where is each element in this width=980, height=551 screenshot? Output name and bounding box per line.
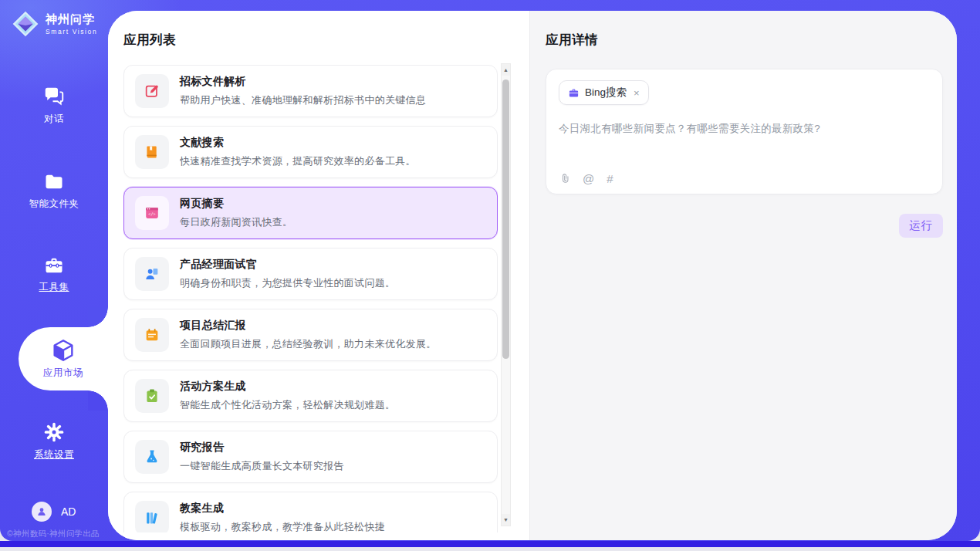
app-card-calendar[interactable]: 项目总结汇报 全面回顾项目进展，总结经验教训，助力未来优化发展。 <box>123 309 498 361</box>
sidebar-item-label: 系统设置 <box>34 448 74 461</box>
book-icon <box>135 135 169 169</box>
app-card-book[interactable]: 文献搜索 快速精准查找学术资源，提高研究效率的必备工具。 <box>123 126 498 178</box>
app-card-title: 招标文件解析 <box>180 75 426 89</box>
research-icon <box>135 440 169 474</box>
prompt-input[interactable]: 今日湖北有哪些新闻要点？有哪些需要关注的最新政策? <box>559 122 930 136</box>
app-card-desc: 每日政府新闻资讯快查。 <box>180 215 292 229</box>
svg-text:</>: </> <box>148 211 155 216</box>
person-icon <box>35 505 48 518</box>
brand-logo[interactable]: 神州问学 Smart Vision <box>11 9 97 39</box>
mention-icon[interactable]: @ <box>583 173 594 184</box>
scrollbar-thumb[interactable] <box>502 79 509 359</box>
app-card-title: 网页摘要 <box>180 197 292 211</box>
copyright-text: ©神州数码·神州问学出品 <box>7 529 100 539</box>
brand-name: 神州问学 <box>46 12 97 27</box>
scroll-up-icon[interactable]: ▲ <box>502 64 510 76</box>
app-card-desc: 明确身份和职责，为您提供专业性的面试问题。 <box>180 276 395 290</box>
sidebar-item-label: 应用市场 <box>43 367 83 380</box>
app-card-books[interactable]: 教案生成 模板驱动，教案秒成，教学准备从此轻松快捷 <box>123 492 498 532</box>
app-card-desc: 模板驱动，教案秒成，教学准备从此轻松快捷 <box>180 520 385 532</box>
app-card-title: 文献搜索 <box>180 136 416 150</box>
brand-subtitle: Smart Vision <box>46 28 97 35</box>
sidebar-item-toolset[interactable]: 工具集 <box>0 255 108 294</box>
app-card-interview[interactable]: 产品经理面试官 明确身份和职责，为您提供专业性的面试问题。 <box>123 248 498 300</box>
calendar-icon <box>135 318 169 352</box>
scrollbar[interactable]: ▲ ▼ <box>501 63 511 526</box>
app-card-browser[interactable]: </> 网页摘要 每日政府新闻资讯快查。 <box>123 187 498 239</box>
paperclip-icon[interactable] <box>559 172 570 185</box>
screen: 神州问学 Smart Vision 对话 智能文件夹 工具 <box>0 0 980 551</box>
user-account[interactable]: AD <box>32 502 76 522</box>
main-panel: 应用列表 招标文件解析 帮助用户快速、准确地理解和解析招标书中的关键信息 文献搜… <box>108 11 957 540</box>
tool-chip-bing-search[interactable]: Bing搜索 × <box>559 80 649 105</box>
chat-icon <box>42 85 66 108</box>
app-card-title: 活动方案生成 <box>180 380 395 394</box>
sidebar-item-label: 工具集 <box>39 281 69 294</box>
user-name: AD <box>61 505 76 518</box>
sidebar: 神州问学 Smart Vision 对话 智能文件夹 工具 <box>0 0 108 541</box>
sidebar-item-chat[interactable]: 对话 <box>0 85 108 126</box>
folder-icon <box>42 171 66 193</box>
app-card-desc: 智能生成个性化活动方案，轻松解决规划难题。 <box>180 398 395 412</box>
app-card-desc: 一键智能生成高质量长文本研究报告 <box>180 459 344 473</box>
app-card-title: 研究报告 <box>180 441 344 455</box>
app-detail-title: 应用详情 <box>546 32 943 49</box>
app-card-title: 项目总结汇报 <box>180 319 437 333</box>
avatar <box>32 502 52 522</box>
attach-toolbar: @ # <box>559 172 613 185</box>
app-list-pane: 应用列表 招标文件解析 帮助用户快速、准确地理解和解析招标书中的关键信息 文献搜… <box>108 11 529 540</box>
app-card-title: 教案生成 <box>180 502 385 516</box>
tool-chip-label: Bing搜索 <box>585 86 627 100</box>
run-button[interactable]: 运行 <box>899 214 943 238</box>
app-card-desc: 快速精准查找学术资源，提高研究效率的必备工具。 <box>180 154 416 168</box>
app-card-bid-doc[interactable]: 招标文件解析 帮助用户快速、准确地理解和解析招标书中的关键信息 <box>123 65 498 117</box>
hash-icon[interactable]: # <box>607 173 613 184</box>
cube-icon <box>50 337 76 363</box>
scroll-down-icon[interactable]: ▼ <box>502 514 510 526</box>
gear-icon <box>42 421 66 444</box>
app-list-scroll: 招标文件解析 帮助用户快速、准确地理解和解析招标书中的关键信息 文献搜索 快速精… <box>123 65 498 532</box>
sidebar-item-app-market[interactable]: 应用市场 <box>19 327 108 390</box>
app-list-title: 应用列表 <box>123 32 176 49</box>
app-card-research[interactable]: 研究报告 一键智能生成高质量长文本研究报告 <box>123 431 498 483</box>
chip-close-icon[interactable]: × <box>634 87 640 99</box>
sidebar-item-label: 智能文件夹 <box>29 198 79 211</box>
briefcase-icon <box>568 87 580 99</box>
clipboard-icon <box>135 379 169 413</box>
sidebar-item-smart-folders[interactable]: 智能文件夹 <box>0 171 108 211</box>
app-detail-pane: 应用详情 Bing搜索 × 今日湖北有哪些新闻要点？有哪些需要关注的最新政策? <box>529 11 957 540</box>
app-card-desc: 帮助用户快速、准确地理解和解析招标书中的关键信息 <box>180 93 426 107</box>
app-card-clipboard[interactable]: 活动方案生成 智能生成个性化活动方案，轻松解决规划难题。 <box>123 370 498 422</box>
bid-doc-icon <box>135 74 169 108</box>
interview-icon <box>135 257 169 291</box>
app-card-desc: 全面回顾项目进展，总结经验教训，助力未来优化发展。 <box>180 337 437 351</box>
app-card-title: 产品经理面试官 <box>180 258 395 272</box>
toolbox-icon <box>42 255 66 276</box>
sidebar-item-label: 对话 <box>44 113 64 126</box>
window-bottom-strip <box>0 541 980 547</box>
books-icon <box>135 501 169 532</box>
prompt-card: Bing搜索 × 今日湖北有哪些新闻要点？有哪些需要关注的最新政策? @ # <box>546 69 943 194</box>
browser-icon: </> <box>135 196 169 230</box>
diamond-logo-icon <box>11 9 40 39</box>
sidebar-item-settings[interactable]: 系统设置 <box>0 421 108 461</box>
